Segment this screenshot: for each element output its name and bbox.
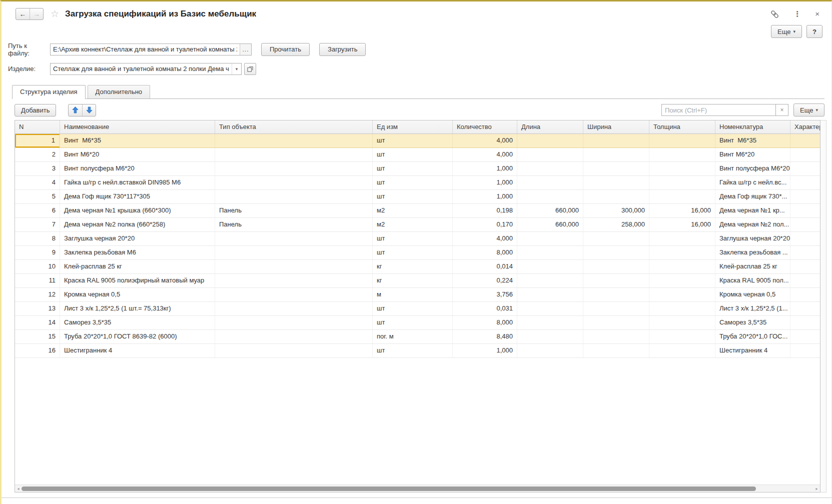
table-cell-qty[interactable]: 4,000	[453, 232, 517, 246]
table-cell-len[interactable]	[517, 190, 583, 204]
table-cell-qty[interactable]: 0,014	[453, 260, 517, 274]
table-row[interactable]: 1Винт М6*35шт4,000Винт М6*35	[15, 134, 820, 148]
table-cell-name[interactable]: Винт М6*20	[60, 148, 215, 162]
horizontal-scrollbar[interactable]: ◂ ▸	[15, 484, 820, 492]
table-row[interactable]: 7Дема черная №2 полка (660*258)Панельм20…	[15, 218, 820, 232]
table-cell-type[interactable]	[215, 330, 373, 344]
table-cell-n[interactable]: 12	[15, 288, 60, 302]
table-cell-wid[interactable]	[583, 190, 649, 204]
form-more-button[interactable]: Еще ▾	[771, 25, 802, 38]
table-cell-wid[interactable]	[583, 302, 649, 316]
table-cell-n[interactable]: 2	[15, 148, 60, 162]
table-cell-wid[interactable]	[583, 134, 649, 148]
table-cell-thick[interactable]	[649, 176, 715, 190]
table-cell-type[interactable]	[215, 190, 373, 204]
table-cell-name[interactable]: Гайка ш/гр с нейл.вставкой DIN985 М6	[60, 176, 215, 190]
table-cell-name[interactable]: Заклепка резьбовая М6	[60, 246, 215, 260]
product-input[interactable]	[51, 64, 232, 74]
table-cell-nomen[interactable]: Лист 3 х/к 1,25*2,5 (1...	[715, 302, 790, 316]
table-cell-thick[interactable]	[649, 302, 715, 316]
table-cell-unit[interactable]: шт	[373, 302, 453, 316]
tab-product-structure[interactable]: Структура изделия	[12, 85, 86, 99]
table-cell-name[interactable]: Труба 20*20*1,0 ГОСТ 8639-82 (6000)	[60, 330, 215, 344]
table-cell-nomen[interactable]: Дема Гоф ящик 730*...	[715, 190, 790, 204]
table-cell-nomen[interactable]: Кромка черная 0,5	[715, 288, 790, 302]
table-cell-thick[interactable]	[649, 316, 715, 330]
table-cell-wid[interactable]	[583, 148, 649, 162]
table-cell-nomen[interactable]: Дема черная №2 пол...	[715, 218, 790, 232]
search-clear-icon[interactable]: ×	[775, 104, 788, 116]
table-cell-unit[interactable]: шт	[373, 148, 453, 162]
table-cell-len[interactable]	[517, 162, 583, 176]
table-cell-nomen[interactable]: Винт полусфера М6*20	[715, 162, 790, 176]
scroll-left-icon[interactable]: ◂	[15, 486, 22, 491]
table-cell-nomen[interactable]: Винт М6*20	[715, 148, 790, 162]
table-cell-unit[interactable]: шт	[373, 134, 453, 148]
back-button[interactable]: ←	[16, 8, 30, 20]
table-cell-nomen[interactable]: Гайка ш/гр с нейл.вс...	[715, 176, 790, 190]
load-button[interactable]: Загрузить	[319, 43, 366, 56]
table-cell-len[interactable]	[517, 260, 583, 274]
table-row[interactable]: 5Дема Гоф ящик 730*117*305шт1,000Дема Го…	[15, 190, 820, 204]
table-cell-unit[interactable]: м	[373, 288, 453, 302]
table-cell-unit[interactable]: пог. м	[373, 330, 453, 344]
table-more-button[interactable]: Еще ▾	[793, 104, 824, 116]
table-cell-n[interactable]: 3	[15, 162, 60, 176]
table-cell-unit[interactable]: м2	[373, 218, 453, 232]
table-cell-char[interactable]	[790, 232, 820, 246]
table-cell-qty[interactable]: 0,170	[453, 218, 517, 232]
table-cell-thick[interactable]: 16,000	[649, 204, 715, 218]
table-cell-char[interactable]	[790, 190, 820, 204]
table-cell-unit[interactable]: шт	[373, 162, 453, 176]
column-header-name[interactable]: Наименование	[60, 120, 215, 134]
column-header-char[interactable]: Характеристика	[790, 120, 820, 134]
table-cell-type[interactable]: Панель	[215, 218, 373, 232]
table-row[interactable]: 2Винт М6*20шт4,000Винт М6*20	[15, 148, 820, 162]
table-cell-len[interactable]	[517, 274, 583, 288]
table-cell-thick[interactable]	[649, 246, 715, 260]
table-cell-type[interactable]	[215, 176, 373, 190]
table-cell-name[interactable]: Кромка черная 0,5	[60, 288, 215, 302]
table-cell-qty[interactable]: 0,031	[453, 302, 517, 316]
table-row[interactable]: 12Кромка черная 0,5м3,756Кромка черная 0…	[15, 288, 820, 302]
table-row[interactable]: 4Гайка ш/гр с нейл.вставкой DIN985 М6шт1…	[15, 176, 820, 190]
table-cell-wid[interactable]	[583, 316, 649, 330]
table-cell-type[interactable]	[215, 260, 373, 274]
table-cell-name[interactable]: Дема черная №2 полка (660*258)	[60, 218, 215, 232]
open-product-button[interactable]	[244, 63, 256, 75]
column-header-len[interactable]: Длина	[517, 120, 583, 134]
table-cell-char[interactable]	[790, 344, 820, 358]
table-cell-type[interactable]	[215, 232, 373, 246]
table-cell-len[interactable]	[517, 302, 583, 316]
column-header-qty[interactable]: Количество	[453, 120, 517, 134]
table-cell-qty[interactable]: 1,000	[453, 176, 517, 190]
table-cell-thick[interactable]	[649, 344, 715, 358]
table-cell-thick[interactable]	[649, 274, 715, 288]
table-cell-name[interactable]: Заглушка черная 20*20	[60, 232, 215, 246]
table-cell-qty[interactable]: 4,000	[453, 134, 517, 148]
table-cell-unit[interactable]: кг	[373, 260, 453, 274]
table-cell-name[interactable]: Дема черная №1 крышка (660*300)	[60, 204, 215, 218]
table-cell-qty[interactable]: 1,000	[453, 190, 517, 204]
table-row[interactable]: 6Дема черная №1 крышка (660*300)Панельм2…	[15, 204, 820, 218]
table-cell-nomen[interactable]: Труба 20*20*1,0 ГОС...	[715, 330, 790, 344]
table-cell-len[interactable]	[517, 316, 583, 330]
table-cell-thick[interactable]	[649, 288, 715, 302]
table-cell-char[interactable]	[790, 260, 820, 274]
table-cell-thick[interactable]	[649, 260, 715, 274]
table-cell-wid[interactable]	[583, 162, 649, 176]
table-cell-unit[interactable]: кг	[373, 274, 453, 288]
table-cell-wid[interactable]: 258,000	[583, 218, 649, 232]
table-cell-name[interactable]: Краска RAL 9005 полиэфирный матовый муар	[60, 274, 215, 288]
table-cell-len[interactable]	[517, 232, 583, 246]
table-cell-unit[interactable]: шт	[373, 344, 453, 358]
scroll-right-icon[interactable]: ▸	[813, 486, 820, 491]
table-row[interactable]: 14Саморез 3,5*35шт8,000Саморез 3,5*35	[15, 316, 820, 330]
table-row[interactable]: 16Шестигранник 4шт1,000Шестигранник 4	[15, 344, 820, 358]
table-cell-qty[interactable]: 1,000	[453, 162, 517, 176]
table-cell-wid[interactable]	[583, 246, 649, 260]
table-cell-n[interactable]: 5	[15, 190, 60, 204]
table-cell-len[interactable]	[517, 246, 583, 260]
table-cell-char[interactable]	[790, 330, 820, 344]
table-cell-type[interactable]	[215, 162, 373, 176]
